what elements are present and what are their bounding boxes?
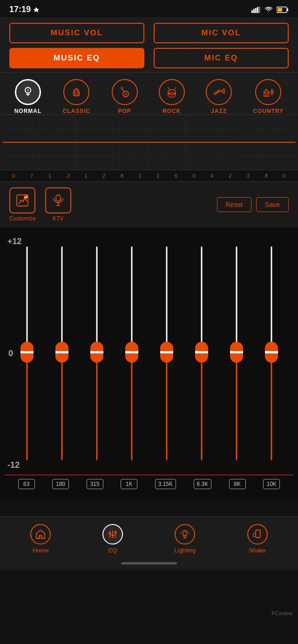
svg-line-60 bbox=[183, 531, 183, 531]
eq-minus12-label: -12 bbox=[5, 460, 293, 475]
svg-point-17 bbox=[125, 93, 127, 95]
ktv-button[interactable]: KTV bbox=[45, 187, 71, 222]
freq-10k: 10K bbox=[263, 479, 280, 489]
lighting-nav-label: Lighting bbox=[175, 547, 196, 554]
freq-63k: 6.3K bbox=[194, 479, 212, 489]
eq-sliders-section: +12 0 bbox=[0, 227, 298, 498]
eq-zero-label: 0 bbox=[8, 349, 13, 359]
preset-country-icon bbox=[255, 79, 281, 105]
eq-numbers-row: 0 7 1 -3 1 2 8 2 2 6 0 4 2 3 8 0 bbox=[0, 170, 298, 182]
preset-rock-label: ROCK bbox=[163, 108, 181, 114]
preset-jazz-label: JAZZ bbox=[211, 108, 227, 114]
customize-label: Customize bbox=[9, 215, 36, 222]
eq-nav-label: EQ bbox=[108, 547, 117, 554]
preset-normal[interactable]: NORMAL bbox=[14, 79, 42, 114]
save-button[interactable]: Save bbox=[256, 197, 289, 212]
preset-classic[interactable]: CLASSIC bbox=[63, 79, 91, 114]
svg-rect-53 bbox=[114, 531, 117, 533]
home-bar bbox=[121, 562, 177, 564]
eq-graph-area bbox=[0, 114, 298, 170]
sliders-container: 0 bbox=[5, 246, 293, 460]
lighting-nav-icon bbox=[175, 524, 195, 544]
preset-classic-icon bbox=[63, 79, 89, 105]
nav-lighting[interactable]: Lighting bbox=[170, 524, 201, 554]
svg-rect-61 bbox=[256, 530, 260, 538]
svg-point-24 bbox=[168, 93, 176, 97]
preset-jazz-icon bbox=[206, 79, 232, 105]
reset-save-group: Reset Save bbox=[217, 197, 289, 212]
svg-rect-0 bbox=[251, 10, 253, 13]
status-icons bbox=[251, 7, 289, 13]
svg-point-54 bbox=[183, 531, 187, 536]
svg-line-18 bbox=[121, 88, 124, 91]
svg-line-25 bbox=[168, 87, 169, 89]
freq-8k: 8K bbox=[229, 479, 246, 489]
svg-rect-2 bbox=[255, 8, 257, 13]
slider-track-180[interactable] bbox=[54, 246, 70, 460]
slider-track-8k[interactable] bbox=[229, 246, 244, 460]
slider-col-315k bbox=[159, 246, 175, 460]
preset-country[interactable]: COUNTRY bbox=[253, 79, 284, 114]
mic-vol-button[interactable]: MIC VOL bbox=[154, 23, 289, 43]
bottom-nav: Home EQ bbox=[0, 516, 298, 558]
status-bar: 17:19 bbox=[0, 0, 298, 17]
slider-col-10k bbox=[264, 246, 279, 460]
slider-track-1k[interactable] bbox=[124, 246, 140, 460]
slider-track-315k[interactable] bbox=[159, 246, 175, 460]
top-controls: MUSIC VOL MIC VOL MUSIC EQ MIC EQ bbox=[0, 17, 298, 72]
customize-icon bbox=[9, 187, 35, 213]
preset-country-label: COUNTRY bbox=[253, 108, 284, 114]
slider-col-63k bbox=[194, 246, 210, 460]
svg-point-21 bbox=[168, 90, 176, 94]
svg-rect-6 bbox=[287, 8, 289, 11]
wifi-icon bbox=[264, 7, 273, 13]
battery-icon bbox=[277, 7, 289, 13]
preset-pop[interactable]: POP bbox=[112, 79, 138, 114]
music-vol-button[interactable]: MUSIC VOL bbox=[9, 23, 144, 43]
nav-home[interactable]: Home bbox=[26, 524, 55, 554]
eq-graph-svg bbox=[0, 115, 298, 170]
svg-rect-29 bbox=[264, 93, 269, 96]
music-eq-button[interactable]: MUSIC EQ bbox=[9, 48, 144, 68]
svg-line-26 bbox=[175, 87, 176, 89]
location-icon bbox=[33, 7, 40, 13]
svg-point-16 bbox=[123, 91, 129, 97]
slider-track-10k[interactable] bbox=[264, 246, 279, 460]
ktv-label: KTV bbox=[53, 215, 63, 222]
svg-rect-7 bbox=[278, 8, 282, 12]
reset-button[interactable]: Reset bbox=[217, 197, 252, 212]
freq-315: 315 bbox=[87, 479, 103, 489]
preset-normal-icon bbox=[15, 79, 41, 105]
slider-col-63 bbox=[19, 246, 35, 460]
svg-rect-47 bbox=[40, 536, 41, 538]
slider-col-180 bbox=[54, 246, 70, 460]
home-nav-label: Home bbox=[33, 547, 49, 554]
svg-line-59 bbox=[187, 531, 188, 531]
slider-col-315 bbox=[89, 246, 105, 460]
customize-row: Customize KTV Reset Save bbox=[0, 182, 298, 227]
slider-track-315[interactable] bbox=[89, 246, 105, 460]
preset-pop-label: POP bbox=[118, 108, 131, 114]
volume-controls-row: MUSIC VOL MIC VOL bbox=[9, 23, 289, 43]
eq-controls-row: MUSIC EQ MIC EQ bbox=[9, 48, 289, 68]
slider-track-63[interactable] bbox=[19, 246, 35, 460]
spacer bbox=[0, 498, 298, 516]
freq-63: 63 bbox=[18, 479, 35, 489]
mic-eq-button[interactable]: MIC EQ bbox=[154, 48, 289, 68]
freq-1k: 1K bbox=[121, 479, 137, 489]
home-indicator bbox=[0, 558, 298, 570]
eq-nav-icon bbox=[102, 524, 123, 544]
eq-plus12-label: +12 bbox=[5, 232, 293, 246]
preset-pop-icon bbox=[112, 79, 138, 105]
nav-eq[interactable]: EQ bbox=[98, 524, 128, 554]
customize-button[interactable]: Customize bbox=[9, 187, 36, 222]
time-display: 17:19 bbox=[9, 5, 31, 14]
preset-classic-label: CLASSIC bbox=[63, 108, 91, 114]
svg-rect-4 bbox=[259, 7, 260, 13]
nav-shake[interactable]: Shake bbox=[243, 524, 272, 554]
preset-jazz[interactable]: JAZZ bbox=[206, 79, 232, 114]
preset-rock[interactable]: ROCK bbox=[159, 79, 185, 114]
svg-rect-3 bbox=[257, 7, 258, 13]
svg-rect-52 bbox=[111, 534, 114, 536]
slider-track-63k[interactable] bbox=[194, 246, 210, 460]
